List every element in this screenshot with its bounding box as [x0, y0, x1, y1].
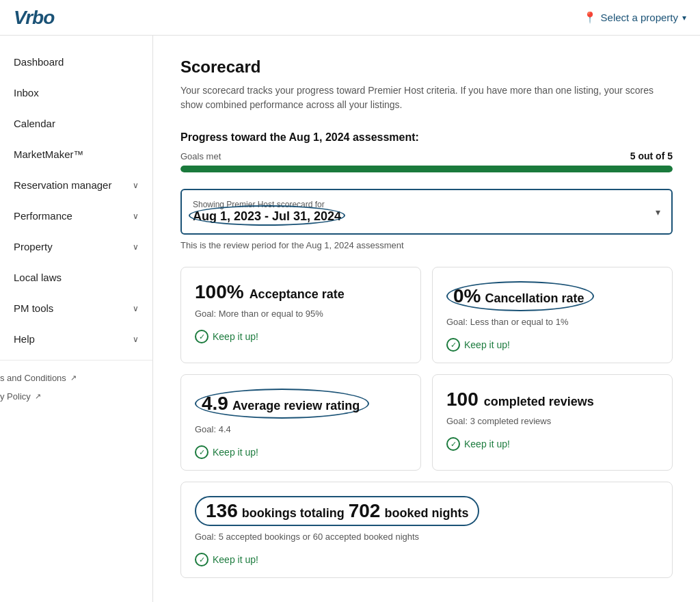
- metric-label-mid-bookings: bookings totaling: [242, 506, 345, 521]
- sidebar-item-pm-tools[interactable]: PM tools ∨: [0, 293, 152, 324]
- progress-bar-fill: [180, 166, 673, 172]
- metric-status-label-average-review-rating: Keep it up!: [213, 447, 258, 458]
- metric-card-acceptance-rate: 100% Acceptance rate Goal: More than or …: [180, 267, 421, 363]
- metric-status-label-bookings: Keep it up!: [213, 554, 258, 565]
- sidebar-item-label-dashboard: Dashboard: [14, 56, 64, 68]
- sidebar-item-label-marketmaker: MarketMaker™: [14, 148, 84, 160]
- chevron-icon-performance: ∨: [133, 211, 139, 221]
- chevron-icon-pm-tools: ∨: [133, 304, 139, 313]
- metric-value-prefix-bookings: 136: [206, 500, 238, 522]
- sidebar-item-label-calendar: Calendar: [14, 118, 55, 129]
- progress-section: Progress toward the Aug 1, 2024 assessme…: [180, 131, 673, 172]
- metric-label-cancellation-rate: Cancellation rate: [485, 291, 584, 306]
- metric-goal-acceptance-rate: Goal: More than or equal to 95%: [195, 309, 407, 319]
- sidebar-item-label-performance: Performance: [14, 210, 72, 222]
- sidebar: Dashboard Inbox Calendar MarketMaker™ Re…: [0, 36, 153, 602]
- chevron-down-icon: ▾: [656, 207, 660, 218]
- sidebar-item-label-reservation-manager: Reservation manager: [14, 179, 111, 191]
- check-circle-icon-acceptance-rate: ✓: [195, 330, 208, 343]
- layout: Dashboard Inbox Calendar MarketMaker™ Re…: [0, 36, 700, 602]
- main-content: Scorecard Your scorecard tracks your pro…: [153, 36, 700, 602]
- footer-link-privacy[interactable]: y Policy↗: [0, 387, 152, 406]
- metric-header-completed-reviews: 100 completed reviews: [446, 389, 658, 410]
- date-selector-value: Aug 1, 2023 - Jul 31, 2024: [193, 209, 341, 224]
- progress-heading: Progress toward the Aug 1, 2024 assessme…: [180, 131, 419, 143]
- goals-met-label: Goals met: [180, 151, 221, 161]
- check-circle-icon-bookings: ✓: [195, 553, 208, 566]
- progress-label-row: Goals met 5 out of 5: [180, 150, 673, 161]
- sidebar-item-marketmaker[interactable]: MarketMaker™: [0, 139, 152, 170]
- metric-header-average-review-rating: 4.9 Average review rating: [195, 389, 407, 419]
- sidebar-item-performance[interactable]: Performance ∨: [0, 200, 152, 231]
- metric-card-bookings: 136 bookings totaling 702 booked nights …: [180, 482, 673, 578]
- logo: Vrbo: [14, 7, 54, 29]
- metric-status-label-completed-reviews: Keep it up!: [464, 439, 510, 449]
- date-selector-inner: Showing Premier Host scorecard for Aug 1…: [193, 200, 341, 224]
- sidebar-item-property[interactable]: Property ∨: [0, 231, 152, 262]
- metric-goal-bookings: Goal: 5 accepted bookings or 60 accepted…: [195, 532, 658, 542]
- pin-icon: 📍: [583, 11, 597, 24]
- metric-label-acceptance-rate: Acceptance rate: [250, 287, 345, 302]
- metrics-grid: 100% Acceptance rate Goal: More than or …: [180, 267, 673, 578]
- metric-header-bookings: 136 bookings totaling 702 booked nights: [195, 496, 658, 526]
- metric-card-completed-reviews: 100 completed reviews Goal: 3 completed …: [432, 374, 673, 471]
- metric-status-acceptance-rate: ✓ Keep it up!: [195, 330, 407, 343]
- select-property-button[interactable]: 📍 Select a property ▾: [583, 11, 686, 24]
- sidebar-item-label-pm-tools: PM tools: [14, 302, 53, 314]
- chevron-icon-reservation-manager: ∨: [133, 181, 139, 190]
- sidebar-item-calendar[interactable]: Calendar: [0, 108, 152, 139]
- metric-circled-average-review-rating: 4.9 Average review rating: [195, 389, 369, 419]
- external-link-icon: ↗: [35, 392, 41, 401]
- footer-link-terms[interactable]: s and Conditions↗: [0, 369, 152, 387]
- metric-circled-cancellation-rate: 0% Cancellation rate: [446, 281, 594, 311]
- sidebar-item-label-inbox: Inbox: [14, 87, 39, 99]
- metric-header-cancellation-rate: 0% Cancellation rate: [446, 281, 658, 311]
- page-title: Scorecard: [180, 57, 673, 77]
- sidebar-item-inbox[interactable]: Inbox: [0, 77, 152, 108]
- metric-label-end-bookings: booked nights: [384, 506, 468, 521]
- metric-label-completed-reviews: completed reviews: [484, 395, 594, 409]
- select-property-label: Select a property: [601, 12, 678, 23]
- sidebar-item-dashboard[interactable]: Dashboard: [0, 47, 152, 77]
- metric-label-average-review-rating: Average review rating: [232, 399, 360, 413]
- page-description: Your scorecard tracks your progress towa…: [180, 83, 673, 112]
- metric-status-bookings: ✓ Keep it up!: [195, 553, 658, 566]
- review-period-note: This is the review period for the Aug 1,…: [180, 240, 673, 250]
- goals-met-value: 5 out of 5: [630, 150, 673, 161]
- metric-goal-completed-reviews: Goal: 3 completed reviews: [446, 416, 658, 426]
- metric-value-acceptance-rate: 100%: [195, 281, 244, 303]
- header: Vrbo 📍 Select a property ▾: [0, 0, 700, 36]
- check-circle-icon-completed-reviews: ✓: [446, 437, 460, 451]
- metric-status-cancellation-rate: ✓ Keep it up!: [446, 338, 658, 352]
- check-circle-icon-average-review-rating: ✓: [195, 445, 208, 459]
- chevron-icon-help: ∨: [133, 335, 139, 344]
- metric-value-average-review-rating: 4.9: [202, 393, 228, 415]
- sidebar-item-help[interactable]: Help ∨: [0, 324, 152, 354]
- metric-header-acceptance-rate: 100% Acceptance rate: [195, 281, 407, 303]
- chevron-icon-property: ∨: [133, 242, 139, 252]
- chevron-down-icon: ▾: [682, 13, 686, 23]
- metric-status-label-cancellation-rate: Keep it up!: [464, 339, 510, 350]
- date-selector-subtitle: Showing Premier Host scorecard for: [193, 200, 341, 209]
- metric-status-completed-reviews: ✓ Keep it up!: [446, 437, 658, 451]
- metric-card-cancellation-rate: 0% Cancellation rate Goal: Less than or …: [432, 267, 673, 363]
- date-selector[interactable]: Showing Premier Host scorecard for Aug 1…: [180, 189, 673, 235]
- metric-value-suffix-bookings: 702: [349, 500, 381, 522]
- check-circle-icon-cancellation-rate: ✓: [446, 338, 460, 352]
- metric-goal-average-review-rating: Goal: 4.4: [195, 424, 407, 434]
- external-link-icon: ↗: [70, 374, 77, 382]
- metric-status-average-review-rating: ✓ Keep it up!: [195, 445, 407, 459]
- metric-value-completed-reviews: 100: [446, 389, 479, 410]
- progress-bar-track: [180, 166, 673, 172]
- metric-value-cancellation-rate: 0%: [453, 285, 481, 307]
- sidebar-item-label-help: Help: [14, 333, 35, 345]
- sidebar-item-local-laws[interactable]: Local laws: [0, 262, 152, 293]
- sidebar-item-reservation-manager[interactable]: Reservation manager ∨: [0, 170, 152, 200]
- sidebar-item-label-local-laws: Local laws: [14, 272, 62, 283]
- sidebar-footer: s and Conditions↗y Policy↗: [0, 360, 152, 406]
- sidebar-item-label-property: Property: [14, 241, 53, 252]
- metric-card-average-review-rating: 4.9 Average review rating Goal: 4.4 ✓ Ke…: [180, 374, 421, 471]
- metric-status-label-acceptance-rate: Keep it up!: [213, 331, 258, 342]
- metric-goal-cancellation-rate: Goal: Less than or equal to 1%: [446, 317, 658, 327]
